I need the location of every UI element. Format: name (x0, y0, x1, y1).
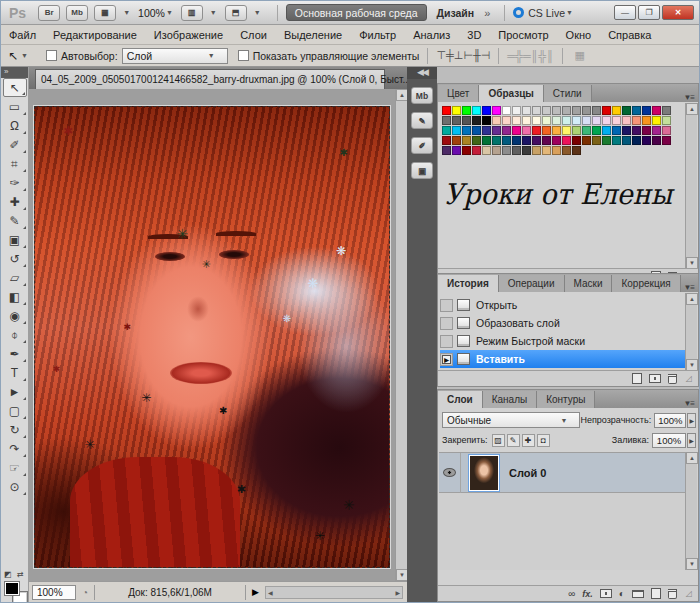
orbit-3d-tool[interactable]: ↷ (3, 439, 27, 458)
swatch[interactable] (622, 136, 631, 145)
clone-source-icon[interactable]: ▣ (411, 162, 433, 179)
tab-styles[interactable]: Стили (544, 85, 592, 102)
new-group-icon[interactable] (632, 590, 644, 598)
path-selection-tool[interactable]: ► (3, 382, 27, 401)
new-document-from-state-icon[interactable] (632, 373, 642, 384)
minimize-button[interactable]: — (614, 5, 636, 20)
shape-tool[interactable]: ▢ (3, 401, 27, 420)
swatch[interactable] (522, 136, 531, 145)
canvas-area[interactable]: ✱✱✳✳✱✱✳✱✳✱❋❋❋✳✳ (29, 89, 395, 581)
swatch[interactable] (552, 136, 561, 145)
swatch[interactable] (552, 106, 561, 115)
layer-row-selected[interactable]: Слой 0 (439, 453, 686, 493)
swap-colors-icon[interactable]: ⇄ (17, 570, 24, 579)
distribute-bottom-icon[interactable]: ═ (523, 50, 531, 62)
menu-item-5[interactable]: Фильтр (359, 29, 396, 41)
swatch[interactable] (472, 116, 481, 125)
distribute-right-icon[interactable]: ║ (546, 50, 554, 62)
swatch[interactable] (612, 116, 621, 125)
lock-transparent-icon[interactable]: ▨ (492, 434, 505, 447)
swatch[interactable] (572, 106, 581, 115)
fill-field[interactable]: 100% (652, 433, 686, 448)
distribute-left-icon[interactable]: ║ (531, 50, 539, 62)
swatch[interactable] (622, 116, 631, 125)
status-menu-icon[interactable]: ▶ (252, 587, 259, 597)
brush-tool[interactable]: ✎ (3, 211, 27, 230)
scroll-down-icon[interactable]: ▼ (686, 558, 698, 570)
swatch[interactable] (452, 146, 461, 155)
swatch[interactable] (562, 106, 571, 115)
status-zoom-field[interactable]: 100% (32, 585, 76, 600)
scroll-right-icon[interactable]: ▶ (395, 589, 400, 596)
mini-bridge-icon[interactable]: Mb (411, 87, 433, 104)
dodge-tool[interactable]: ⌽ (3, 325, 27, 344)
add-mask-icon[interactable] (600, 589, 612, 598)
swatch[interactable] (562, 126, 571, 135)
menu-item-1[interactable]: Редактирование (53, 29, 137, 41)
tab-masks[interactable]: Маски (565, 275, 613, 292)
mini-bridge-button[interactable]: Mb (66, 5, 88, 21)
swatch[interactable] (512, 146, 521, 155)
history-item[interactable]: Режим Быстрой маски (440, 332, 685, 350)
foreground-color-swatch[interactable] (5, 582, 19, 595)
swatch[interactable] (442, 136, 451, 145)
show-transform-controls-checkbox[interactable] (238, 50, 249, 61)
history-scrollbar[interactable]: ▲ ▼ (685, 293, 697, 371)
swatches-scrollbar[interactable]: ▲ ▼ (685, 103, 697, 269)
swatch[interactable] (482, 146, 491, 155)
swatch[interactable] (552, 116, 561, 125)
zoom-level-control[interactable]: 100% (138, 7, 165, 19)
rotate-3d-tool[interactable]: ↻ (3, 420, 27, 439)
swatch[interactable] (642, 116, 651, 125)
swatch[interactable] (572, 146, 581, 155)
swatch[interactable] (462, 146, 471, 155)
menu-item-4[interactable]: Выделение (284, 29, 342, 41)
scroll-up-icon[interactable]: ▲ (686, 293, 698, 305)
swatch[interactable] (532, 136, 541, 145)
quick-selection-tool[interactable]: ✐ (3, 135, 27, 154)
swatch[interactable] (542, 136, 551, 145)
swatch[interactable] (492, 116, 501, 125)
resize-grip[interactable]: ◿ (686, 374, 692, 383)
canvas-image[interactable]: ✱✱✳✳✱✱✳✱✳✱❋❋❋✳✳ (34, 106, 390, 568)
autoselect-checkbox[interactable] (46, 50, 57, 61)
swatch[interactable] (482, 126, 491, 135)
workspace-overflow-button[interactable]: » (484, 7, 488, 19)
swatch[interactable] (652, 116, 661, 125)
align-vcenter-icon[interactable]: ╪ (446, 49, 454, 61)
vertical-scrollbar[interactable]: ▲ ▼ (395, 89, 407, 581)
workspace-active-button[interactable]: Основная рабочая среда (286, 4, 427, 21)
gradient-tool[interactable]: ◧ (3, 287, 27, 306)
bridge-button[interactable]: Br (38, 5, 60, 21)
history-source-well[interactable] (440, 335, 453, 348)
chevron-down-icon[interactable]: ▼ (21, 52, 28, 59)
swatch[interactable] (532, 116, 541, 125)
opacity-field[interactable]: 100% (654, 413, 686, 428)
menu-item-8[interactable]: Просмотр (498, 29, 548, 41)
swatch[interactable] (592, 116, 601, 125)
lock-paint-icon[interactable]: ✎ (507, 434, 520, 447)
tab-actions[interactable]: Операции (499, 275, 565, 292)
swatch[interactable] (562, 116, 571, 125)
link-layers-icon[interactable]: ∞ (568, 588, 575, 599)
lock-all-icon[interactable]: ◘ (537, 434, 550, 447)
scroll-up-icon[interactable]: ▲ (686, 103, 698, 115)
layer-thumbnail[interactable] (469, 455, 499, 491)
swatch[interactable] (442, 146, 451, 155)
tab-color[interactable]: Цвет (438, 85, 479, 102)
trash-icon[interactable] (668, 374, 677, 384)
pen-tool[interactable]: ✒ (3, 344, 27, 363)
menu-item-3[interactable]: Слои (240, 29, 267, 41)
swatch[interactable] (492, 146, 501, 155)
resize-grip[interactable]: ◿ (686, 589, 692, 598)
swatch[interactable] (452, 106, 461, 115)
swatch[interactable] (452, 126, 461, 135)
swatch[interactable] (502, 126, 511, 135)
clone-stamp-tool[interactable]: ▣ (3, 230, 27, 249)
panel-menu-icon[interactable]: ▼≡ (683, 283, 694, 292)
history-source-well[interactable] (440, 317, 453, 330)
chevron-down-icon[interactable]: ▼ (166, 9, 173, 16)
swatch[interactable] (492, 136, 501, 145)
autoselect-target-select[interactable]: Слой ▼ (122, 48, 228, 64)
swatch[interactable] (662, 106, 671, 115)
